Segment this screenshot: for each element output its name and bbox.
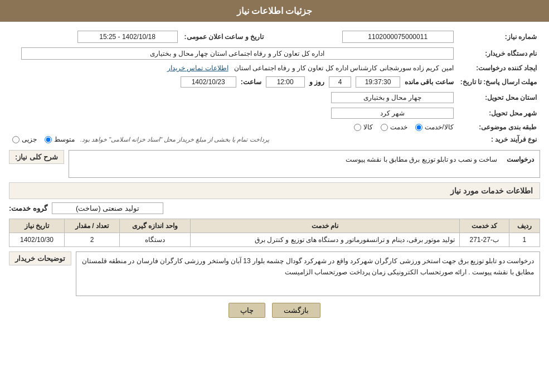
- province-value: چهار محال و بختیاری: [331, 92, 454, 103]
- datetime-cell: 1402/10/18 - 15:25: [9, 28, 181, 45]
- province-label: استان محل تحویل:: [457, 90, 540, 105]
- print-button[interactable]: چاپ: [229, 303, 265, 318]
- need-number-label: شماره نیاز:: [457, 28, 540, 45]
- deadline-time-label: ساعت:: [241, 78, 261, 86]
- category-option-khedmat[interactable]: خدمت: [381, 123, 407, 131]
- main-info-table: شماره نیاز: 1102000075000011 تاریخ و ساع…: [9, 28, 540, 146]
- service-info-section-title: اطلاعات خدمات مورد نیاز: [9, 182, 540, 199]
- col-header-row: ردیف: [509, 219, 540, 233]
- service-group-value: تولید صنعتی (ساخت): [52, 202, 163, 214]
- creator-value: امین کریم زاده سورشجانی کارشناس اداره کل…: [234, 64, 454, 72]
- page-header: جزئیات اطلاعات نیاز: [0, 0, 549, 22]
- page-title: جزئیات اطلاعات نیاز: [237, 6, 313, 16]
- need-summary-section: شرح کلی نیاز: درخواست ساخت و نصب دو تابل…: [9, 150, 540, 178]
- category-kala-label: کالا: [363, 123, 373, 131]
- city-value: شهر کرد: [331, 108, 454, 119]
- category-cell: کالا خدمت کالا/خدمت: [9, 121, 457, 133]
- cell-row: 1: [509, 233, 540, 247]
- category-kala-khedmat-label: کالا/خدمت: [425, 123, 453, 131]
- datetime-label: تاریخ و ساعت اعلان عمومی:: [181, 28, 267, 45]
- deadline-label: مهلت ارسال پاسخ: تا تاریخ:: [457, 74, 540, 90]
- buyer-name-value: اداره کل تعاون کار و رفاه اجتماعی استان …: [21, 47, 454, 60]
- purchase-type-cell: جزیی متوسط پرداخت تمام یا بخشی از مبلغ خ…: [9, 133, 457, 146]
- back-button[interactable]: بازگشت: [272, 303, 320, 318]
- buyer-name-label: نام دستگاه خریدار:: [457, 45, 540, 62]
- creator-cell: امین کریم زاده سورشجانی کارشناس اداره کل…: [9, 62, 457, 74]
- cell-date: 1402/10/30: [9, 233, 65, 247]
- purchase-type-note: پرداخت تمام یا بخشی از مبلغ خریداز محل "…: [80, 136, 269, 143]
- buyer-desc-value: درخواست دو تابلو توزیع برق جهت استخر ورز…: [76, 251, 540, 296]
- category-khedmat-label: خدمت: [390, 123, 407, 131]
- buyer-desc-section: توضیحات خریدار درخواست دو تابلو توزیع بر…: [9, 251, 540, 296]
- category-label: طبقه بندی موضوعی:: [457, 121, 540, 133]
- buyer-desc-section-title: توضیحات خریدار: [9, 251, 71, 265]
- cell-qty: 2: [65, 233, 120, 247]
- purchase-type-motavasset-label: متوسط: [54, 135, 75, 143]
- deadline-remaining: 19:37:30: [356, 76, 400, 88]
- creator-link[interactable]: اطلاعات تماس خریدار: [167, 64, 229, 72]
- need-number-cell: 1102000075000011: [267, 28, 457, 45]
- deadline-cell: 1402/10/23 ساعت: 12:00 روز و 4 19:37:30 …: [9, 74, 457, 90]
- category-option-kala-khedmat[interactable]: کالا/خدمت: [415, 123, 453, 131]
- need-summary-container: درخواست ساخت و نصب دو تابلو توزیع برق مط…: [69, 150, 540, 178]
- col-header-qty: تعداد / مقدار: [65, 219, 120, 233]
- col-header-name: نام خدمت: [190, 219, 459, 233]
- service-table: ردیف کد خدمت نام خدمت واحد اندازه گیری ت…: [9, 219, 540, 247]
- col-header-code: کد خدمت: [459, 219, 509, 233]
- need-summary-text: ساخت و نصب دو تابلو توزیع برق مطابق با ن…: [346, 156, 497, 163]
- city-label: شهر محل تحویل:: [457, 105, 540, 121]
- purchase-type-label: نوع فرآیند خرید :: [457, 133, 540, 146]
- table-row: 1 ب-27-271 تولید موتور برقی، دینام و ترا…: [9, 233, 540, 247]
- deadline-remaining-label: ساعت باقی مانده: [405, 78, 454, 86]
- province-cell: چهار محال و بختیاری: [9, 90, 457, 105]
- buttons-row: بازگشت چاپ: [9, 303, 540, 318]
- col-header-unit: واحد اندازه گیری: [119, 219, 190, 233]
- datetime-value: 1402/10/18 - 15:25: [77, 31, 178, 43]
- deadline-date: 1402/10/23: [181, 76, 236, 88]
- cell-unit: دستگاه: [119, 233, 190, 247]
- buyer-name-cell: اداره کل تعاون کار و رفاه اجتماعی استان …: [9, 45, 457, 62]
- purchase-type-motavasset[interactable]: متوسط: [45, 135, 75, 143]
- deadline-days-label: روز و: [309, 78, 324, 86]
- need-summary-section-title: شرح کلی نیاز:: [9, 150, 64, 164]
- cell-name: تولید موتور برقی، دینام و ترانسفورماتور …: [190, 233, 459, 247]
- city-cell: شهر کرد: [9, 105, 457, 121]
- purchase-type-jozee-label: جزیی: [22, 135, 37, 143]
- category-option-kala[interactable]: کالا: [354, 123, 373, 131]
- content-area: شماره نیاز: 1102000075000011 تاریخ و ساع…: [0, 22, 549, 331]
- need-summary-label: درخواست: [507, 156, 534, 163]
- need-summary-value: درخواست ساخت و نصب دو تابلو توزیع برق مط…: [69, 150, 540, 178]
- deadline-time: 12:00: [266, 76, 305, 88]
- service-group-row: گروه خدمت: تولید صنعتی (ساخت): [9, 202, 540, 214]
- service-group-label: گروه خدمت:: [9, 204, 47, 212]
- cell-code: ب-27-271: [459, 233, 509, 247]
- deadline-days: 4: [329, 76, 351, 88]
- page-container: جزئیات اطلاعات نیاز شماره نیاز: 11020000…: [0, 0, 549, 392]
- need-number-value: 1102000075000011: [342, 31, 454, 43]
- creator-label: ایجاد کننده درخواست:: [457, 62, 540, 74]
- purchase-type-jozee[interactable]: جزیی: [12, 135, 37, 143]
- col-header-date: تاریخ نیاز: [9, 219, 65, 233]
